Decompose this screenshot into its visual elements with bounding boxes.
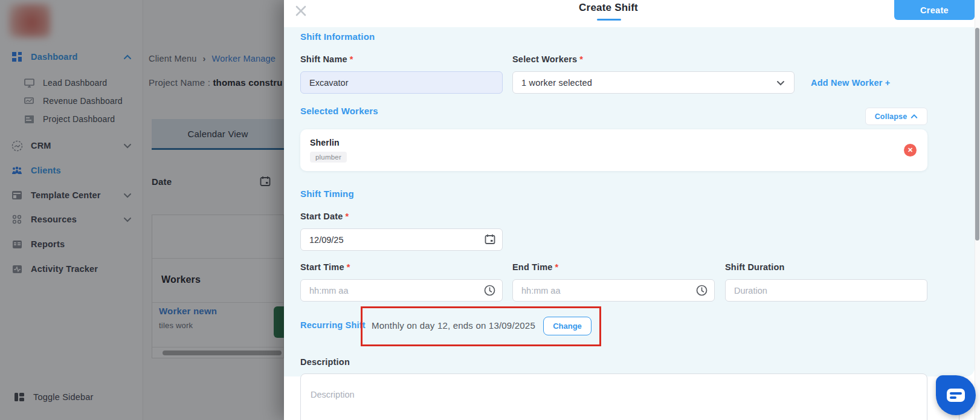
start-time-label: Start Time* (300, 262, 350, 272)
required-marker: * (579, 54, 583, 64)
create-shift-modal: Create Shift Create Shift Information Sh… (284, 0, 980, 420)
modal-scrollbar-thumb[interactable] (975, 28, 979, 241)
required-marker: * (346, 212, 349, 221)
start-date-label: Start Date* (300, 212, 349, 221)
section-shift-information: Shift Information (300, 31, 375, 42)
selected-worker-card: Sherlin plumber ✕ (300, 129, 927, 171)
add-new-worker-link[interactable]: Add New Worker + (811, 78, 890, 88)
chevron-down-icon (776, 78, 785, 88)
shift-duration-input[interactable] (725, 279, 927, 302)
app-root: Dashboard Lead Dashboard Revenue Dashboa… (0, 0, 980, 420)
modal-title: Create Shift (560, 2, 657, 14)
section-shift-timing: Shift Timing (300, 189, 354, 199)
modal-backdrop[interactable] (0, 0, 284, 420)
select-workers-value: 1 worker selected (521, 78, 592, 88)
end-time-input[interactable] (512, 279, 715, 302)
worker-name: Sherlin (310, 138, 340, 147)
end-time-label: End Time* (512, 262, 558, 272)
worker-role-badge: plumber (310, 152, 347, 163)
shift-name-input[interactable] (300, 71, 503, 94)
collapse-button[interactable]: Collapse (865, 108, 927, 125)
recurring-summary: Monthly on day 12, ends on 13/09/2025 (372, 320, 535, 331)
collapse-label: Collapse (875, 112, 907, 121)
start-time-input[interactable] (300, 279, 503, 302)
description-textarea[interactable] (300, 373, 927, 420)
shift-name-label: Shift Name* (300, 54, 353, 64)
section-selected-workers: Selected Workers (300, 106, 378, 116)
required-marker: * (347, 262, 350, 272)
required-marker: * (350, 54, 353, 64)
chat-widget-button[interactable] (936, 375, 976, 415)
title-underline (597, 19, 621, 21)
create-button[interactable]: Create (894, 0, 975, 20)
select-workers-label: Select Workers* (512, 54, 583, 64)
select-workers-dropdown[interactable]: 1 worker selected (512, 71, 795, 94)
recurring-shift-link[interactable]: Recurring Shift (300, 320, 366, 330)
start-date-input[interactable] (300, 228, 503, 251)
remove-icon: ✕ (907, 147, 913, 153)
chat-icon (947, 389, 965, 402)
chevron-up-icon (911, 113, 918, 120)
close-icon[interactable] (294, 4, 308, 18)
remove-worker-button[interactable]: ✕ (904, 144, 917, 157)
change-recurrence-button[interactable]: Change (543, 317, 592, 335)
shift-duration-label: Shift Duration (725, 262, 785, 272)
required-marker: * (555, 262, 559, 272)
description-label: Description (300, 357, 350, 367)
